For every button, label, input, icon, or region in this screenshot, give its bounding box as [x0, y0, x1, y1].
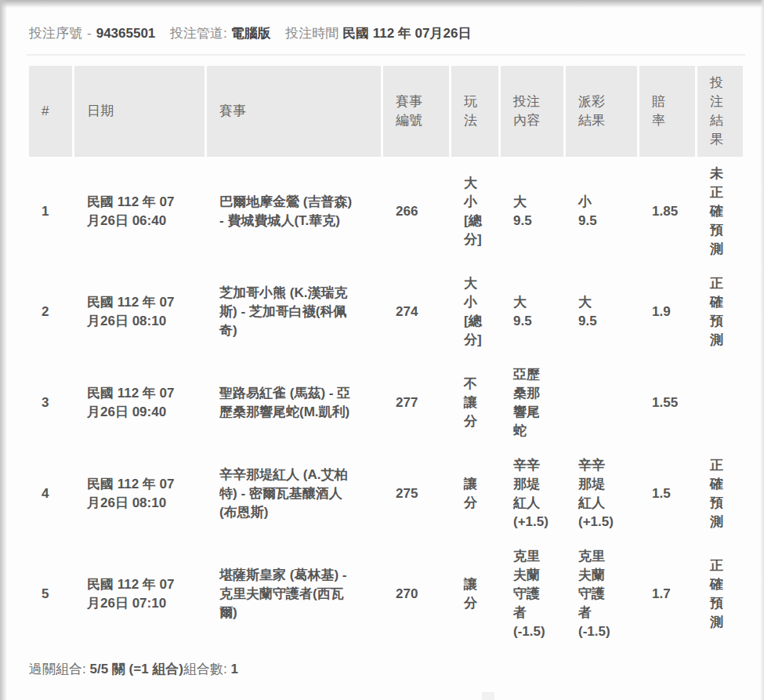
cell-play-type: 大 小 [總 分]	[451, 157, 498, 267]
cell-index: 1	[29, 157, 72, 267]
combo-count-label: 組合數:	[183, 662, 227, 676]
column-header-event: 賽事	[207, 66, 381, 157]
column-header-payout-result: 派彩 結果	[566, 66, 637, 157]
cell-event-no: 274	[383, 267, 449, 357]
column-header-date: 日期	[74, 66, 205, 157]
cell-bet-content: 亞歷 桑那 響尾 蛇	[501, 357, 563, 448]
cell-payout-result: 小 9.5	[566, 157, 637, 267]
cell-index: 4	[29, 448, 72, 539]
bet-time-label: 投注時間	[285, 26, 339, 41]
cell-odds: 1.55	[639, 357, 695, 448]
cell-bet-content: 大 9.5	[501, 267, 563, 357]
cell-odds: 1.9	[639, 267, 695, 357]
bet-channel: 投注管道: 電腦版	[170, 26, 270, 41]
bet-channel-label: 投注管道:	[170, 26, 227, 41]
bet-serial-separator: -	[87, 26, 92, 41]
parlay-value: 5/5 關 (=1 組合)	[89, 662, 183, 676]
cell-odds: 1.5	[639, 448, 695, 539]
cell-play-type: 不 讓 分	[451, 357, 498, 448]
cell-odds: 1.85	[639, 157, 695, 267]
right-edge-shadow	[760, 0, 764, 700]
cell-bet-outcome	[697, 357, 743, 448]
column-header-index: #	[29, 66, 72, 157]
table-row: 3 民國 112 年 07 月26日 09:40 聖路易紅雀 (馬茲) - 亞 …	[29, 357, 743, 448]
cell-play-type: 讓 分	[451, 448, 498, 539]
column-header-odds: 賠 率	[639, 66, 695, 157]
cell-event-no: 270	[383, 539, 449, 649]
cell-payout-result: 辛辛 那堤 紅人 (+1.5)	[566, 448, 637, 539]
cell-bet-outcome: 正 確 預 測	[697, 448, 743, 539]
cell-event: 聖路易紅雀 (馬茲) - 亞 歷桑那響尾蛇(M.凱利)	[207, 357, 381, 448]
cell-index: 3	[29, 357, 72, 448]
cell-event-no: 277	[383, 357, 449, 448]
parlay-label: 過關組合:	[29, 662, 86, 676]
cell-bet-outcome: 未 正 確 預 測	[697, 157, 743, 267]
cell-date: 民國 112 年 07 月26日 08:10	[74, 448, 205, 539]
cell-bet-content: 克里 夫蘭 守護 者 (-1.5)	[501, 539, 563, 649]
column-header-bet-content: 投注 內容	[501, 66, 563, 157]
cell-date: 民國 112 年 07 月26日 08:10	[74, 267, 205, 357]
cell-bet-outcome: 正 確 預 測	[697, 267, 743, 357]
cell-index: 2	[29, 267, 72, 357]
cell-play-type: 大 小 [總 分]	[451, 267, 498, 357]
table-row: 2 民國 112 年 07 月26日 08:10 芝加哥小熊 (K.漢瑞克 斯)…	[29, 267, 743, 357]
cell-date: 民國 112 年 07 月26日 07:10	[74, 539, 205, 649]
table-header-row: # 日期 賽事 賽事 編號 玩 法 投注 內容 派彩 結果 賠 率 投 注 結 …	[29, 66, 743, 157]
cell-event-no: 266	[383, 157, 449, 267]
cell-event: 堪薩斯皇家 (葛林基) - 克里夫蘭守護者(西瓦 爾)	[207, 539, 381, 649]
cell-odds: 1.7	[639, 539, 695, 649]
column-header-play-type: 玩 法	[451, 66, 498, 157]
cell-play-type: 讓 分	[451, 539, 498, 649]
bet-summary-bar: 投注序號-94365501 投注管道: 電腦版 投注時間 民國 112 年 07…	[0, 0, 764, 42]
cell-payout-result: 克里 夫蘭 守護 者 (-1.5)	[566, 539, 637, 649]
bet-serial-value: 94365501	[96, 26, 156, 41]
column-header-event-no: 賽事 編號	[383, 66, 449, 157]
cell-bet-content: 大 9.5	[501, 157, 563, 267]
cell-event: 巴爾地摩金鶯 (吉普森) - 費城費城人(T.華克)	[207, 157, 381, 267]
bet-serial-label: 投注序號	[29, 26, 82, 41]
column-header-bet-outcome: 投 注 結 果	[697, 66, 743, 157]
cell-date: 民國 112 年 07 月26日 09:40	[74, 357, 205, 448]
table-row: 4 民國 112 年 07 月26日 08:10 辛辛那堤紅人 (A.艾柏 特)…	[29, 448, 743, 539]
bet-time: 投注時間 民國 112 年 07月26日	[285, 26, 471, 41]
bet-serial: 投注序號-94365501	[29, 26, 155, 41]
cell-payout-result: 大 9.5	[566, 267, 637, 357]
cell-index: 5	[29, 539, 72, 649]
table-row: 1 民國 112 年 07 月26日 06:40 巴爾地摩金鶯 (吉普森) - …	[29, 157, 743, 267]
bet-time-value: 民國 112 年 07月26日	[342, 26, 471, 41]
cell-payout-result	[566, 357, 637, 448]
table-row: 5 民國 112 年 07 月26日 07:10 堪薩斯皇家 (葛林基) - 克…	[29, 539, 743, 649]
bet-channel-value: 電腦版	[231, 26, 271, 41]
cell-bet-content: 辛辛 那堤 紅人 (+1.5)	[501, 448, 563, 539]
cell-event-no: 275	[383, 448, 449, 539]
cell-date: 民國 112 年 07 月26日 06:40	[74, 157, 205, 267]
left-edge-shadow	[0, 0, 7, 700]
combo-count-value: 1	[230, 662, 237, 676]
cell-bet-outcome: 正 確 預 測	[697, 539, 743, 649]
bet-details-table: # 日期 賽事 賽事 編號 玩 法 投注 內容 派彩 結果 賠 率 投 注 結 …	[27, 66, 745, 649]
partial-element-cutoff	[482, 692, 494, 700]
parlay-summary: 過關組合: 5/5 關 (=1 組合)組合數: 1	[29, 660, 764, 678]
header-divider	[27, 54, 745, 56]
cell-event: 芝加哥小熊 (K.漢瑞克 斯) - 芝加哥白襪(科佩 奇)	[207, 267, 381, 357]
cell-event: 辛辛那堤紅人 (A.艾柏 特) - 密爾瓦基釀酒人 (布恩斯)	[207, 448, 381, 539]
